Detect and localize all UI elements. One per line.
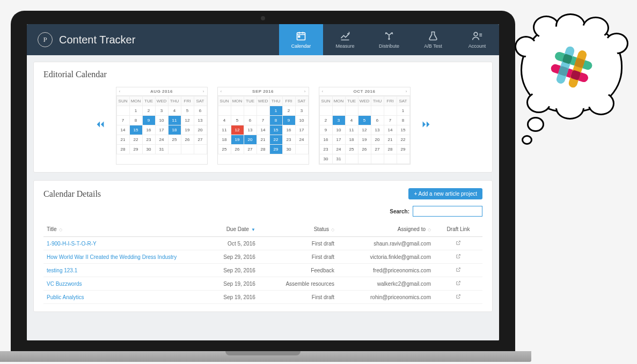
day-cell[interactable]: 18 bbox=[218, 135, 231, 145]
day-cell[interactable]: 16 bbox=[319, 135, 332, 145]
col-due-date[interactable]: Due Date▼ bbox=[201, 222, 258, 237]
day-cell[interactable]: 22 bbox=[129, 135, 142, 145]
cell-draft-link[interactable] bbox=[434, 237, 482, 250]
day-cell[interactable]: 13 bbox=[371, 125, 384, 135]
day-cell[interactable]: 10 bbox=[332, 125, 345, 135]
day-cell[interactable]: 9 bbox=[319, 125, 332, 135]
article-link[interactable]: testing 123.1 bbox=[47, 268, 77, 273]
day-cell[interactable]: 28 bbox=[384, 145, 397, 154]
prev-months-button[interactable] bbox=[94, 118, 106, 133]
day-cell[interactable]: 15 bbox=[129, 125, 142, 135]
day-cell[interactable]: 25 bbox=[345, 145, 358, 154]
day-cell[interactable]: 28 bbox=[257, 145, 269, 154]
day-cell[interactable]: 28 bbox=[116, 145, 129, 154]
day-cell[interactable]: 26 bbox=[231, 145, 244, 154]
cal-next[interactable]: › bbox=[304, 89, 306, 94]
search-input[interactable] bbox=[413, 206, 482, 217]
cell-draft-link[interactable] bbox=[434, 291, 482, 304]
day-cell[interactable]: 30 bbox=[282, 145, 295, 154]
day-cell[interactable]: 26 bbox=[358, 145, 371, 154]
day-cell[interactable]: 9 bbox=[142, 116, 155, 125]
day-cell[interactable]: 10 bbox=[155, 116, 168, 125]
day-cell[interactable]: 19 bbox=[358, 135, 371, 145]
nav-distribute[interactable]: Distribute bbox=[367, 24, 411, 55]
day-cell[interactable]: 13 bbox=[194, 116, 207, 125]
add-article-button[interactable]: + Add a new article project bbox=[408, 188, 482, 199]
day-cell[interactable]: 8 bbox=[129, 116, 142, 125]
day-cell[interactable]: 14 bbox=[384, 125, 397, 135]
day-cell[interactable]: 14 bbox=[116, 125, 129, 135]
next-months-button[interactable] bbox=[420, 118, 432, 133]
day-cell[interactable]: 16 bbox=[142, 125, 155, 135]
day-cell[interactable]: 21 bbox=[116, 135, 129, 145]
cal-prev[interactable]: ‹ bbox=[221, 89, 222, 94]
day-cell[interactable]: 31 bbox=[332, 154, 345, 164]
day-cell[interactable]: 31 bbox=[155, 145, 168, 154]
day-cell[interactable]: 6 bbox=[371, 116, 384, 125]
day-cell[interactable]: 20 bbox=[194, 125, 207, 135]
col-title[interactable]: Title◇ bbox=[43, 222, 201, 237]
day-cell[interactable]: 1 bbox=[397, 106, 409, 116]
day-cell[interactable]: 1 bbox=[129, 106, 142, 116]
day-cell[interactable]: 5 bbox=[231, 116, 244, 125]
day-cell[interactable]: 8 bbox=[397, 116, 409, 125]
day-cell[interactable]: 27 bbox=[371, 145, 384, 154]
day-cell[interactable]: 5 bbox=[358, 116, 371, 125]
day-cell[interactable]: 23 bbox=[142, 135, 155, 145]
day-cell[interactable]: 5 bbox=[181, 106, 194, 116]
day-cell[interactable]: 23 bbox=[282, 135, 295, 145]
article-link[interactable]: Public Analytics bbox=[47, 294, 84, 300]
day-cell[interactable]: 17 bbox=[155, 125, 168, 135]
day-cell[interactable]: 4 bbox=[168, 106, 181, 116]
article-link[interactable]: How World War II Created the Wedding Dre… bbox=[47, 254, 177, 260]
day-cell[interactable]: 19 bbox=[231, 135, 244, 145]
day-cell[interactable]: 23 bbox=[319, 145, 332, 154]
day-cell[interactable]: 14 bbox=[257, 125, 269, 135]
day-cell[interactable]: 22 bbox=[269, 135, 282, 145]
day-cell[interactable]: 18 bbox=[345, 135, 358, 145]
day-cell[interactable]: 1 bbox=[269, 106, 282, 116]
day-cell[interactable]: 13 bbox=[244, 125, 257, 135]
day-cell[interactable]: 17 bbox=[332, 135, 345, 145]
day-cell[interactable]: 7 bbox=[257, 116, 269, 125]
nav-abtest[interactable]: A/B Test bbox=[411, 24, 455, 55]
cell-draft-link[interactable] bbox=[434, 250, 482, 264]
day-cell[interactable]: 2 bbox=[282, 106, 295, 116]
day-cell[interactable]: 24 bbox=[295, 135, 308, 145]
cell-draft-link[interactable] bbox=[434, 264, 482, 277]
day-cell[interactable]: 30 bbox=[142, 145, 155, 154]
cal-next[interactable]: › bbox=[406, 89, 407, 94]
day-cell[interactable]: 15 bbox=[269, 125, 282, 135]
day-cell[interactable]: 30 bbox=[319, 154, 332, 164]
day-cell[interactable]: 16 bbox=[282, 125, 295, 135]
day-cell[interactable]: 12 bbox=[358, 125, 371, 135]
article-link[interactable]: VC Buzzwords bbox=[47, 281, 82, 287]
day-cell[interactable]: 25 bbox=[218, 145, 231, 154]
day-cell[interactable]: 11 bbox=[345, 125, 358, 135]
cal-next[interactable]: › bbox=[203, 89, 204, 94]
day-cell[interactable]: 8 bbox=[269, 116, 282, 125]
day-cell[interactable]: 22 bbox=[397, 135, 409, 145]
day-cell[interactable]: 20 bbox=[371, 135, 384, 145]
day-cell[interactable]: 2 bbox=[319, 116, 332, 125]
day-cell[interactable]: 11 bbox=[218, 125, 231, 135]
day-cell[interactable]: 2 bbox=[142, 106, 155, 116]
day-cell[interactable]: 11 bbox=[168, 116, 181, 125]
day-cell[interactable]: 24 bbox=[155, 135, 168, 145]
cell-draft-link[interactable] bbox=[434, 277, 482, 291]
day-cell[interactable]: 25 bbox=[168, 135, 181, 145]
day-cell[interactable]: 21 bbox=[384, 135, 397, 145]
app-logo[interactable]: P bbox=[38, 32, 53, 47]
day-cell[interactable]: 26 bbox=[181, 135, 194, 145]
day-cell[interactable]: 29 bbox=[269, 145, 282, 154]
day-cell[interactable]: 4 bbox=[345, 116, 358, 125]
day-cell[interactable]: 18 bbox=[168, 125, 181, 135]
day-cell[interactable]: 12 bbox=[231, 125, 244, 135]
day-cell[interactable]: 24 bbox=[332, 145, 345, 154]
day-cell[interactable]: 4 bbox=[218, 116, 231, 125]
day-cell[interactable]: 3 bbox=[295, 106, 308, 116]
day-cell[interactable]: 10 bbox=[295, 116, 308, 125]
day-cell[interactable]: 9 bbox=[282, 116, 295, 125]
day-cell[interactable]: 7 bbox=[384, 116, 397, 125]
col-assigned[interactable]: Assigned to◇ bbox=[338, 222, 434, 237]
